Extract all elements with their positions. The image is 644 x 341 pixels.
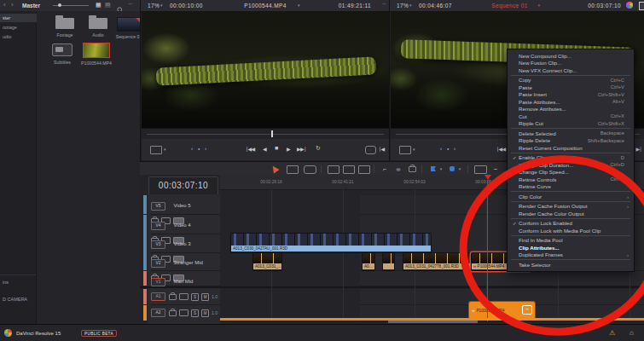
- sidebar-item-footage[interactable]: ootage: [0, 23, 38, 32]
- menu-item-render-cache-color-output[interactable]: Render Cache Color Output: [508, 210, 634, 217]
- solo-button[interactable]: S: [191, 293, 199, 301]
- mute-button[interactable]: M: [201, 309, 209, 317]
- menu-item-retime-curve[interactable]: Retime Curve: [508, 183, 634, 191]
- menu-item-retime-controls[interactable]: Retime ControlsCtrl+R: [508, 176, 634, 183]
- position-lock-icon[interactable]: [408, 165, 416, 173]
- track-header-a2[interactable]: A2 S M 1.0: [151, 305, 220, 321]
- menu-item-take-selector[interactable]: Take Selector: [508, 261, 634, 269]
- menu-item-cut[interactable]: CutCtrl+X: [508, 113, 634, 120]
- sidebar-item-camera-bin[interactable]: D CAMERA: [0, 295, 38, 303]
- stop-button[interactable]: ■: [275, 145, 278, 151]
- chevron-down-icon[interactable]: ▾: [298, 3, 300, 8]
- menu-item-paste-attributes[interactable]: Paste Attributes...Alt+V: [508, 98, 634, 106]
- track-badge[interactable]: V4: [151, 222, 165, 230]
- jog-left-icon[interactable]: ‹: [191, 146, 193, 151]
- viewer-mode-icon[interactable]: [150, 146, 162, 154]
- chevron-down-icon[interactable]: ▾: [457, 165, 462, 173]
- timeline-scrollbar-thumb[interactable]: [388, 321, 478, 323]
- track-badge[interactable]: V5: [151, 202, 165, 211]
- chevron-down-icon[interactable]: ▾: [537, 3, 540, 8]
- menu-item-clip-attributes[interactable]: Clip Attributes...: [508, 244, 634, 251]
- timeline-name[interactable]: Sequence 01: [491, 3, 528, 9]
- partial-panel-icon[interactable]: [639, 2, 644, 10]
- list-view-icon[interactable]: ▤: [105, 2, 111, 9]
- bin-item-footage[interactable]: Footage: [48, 18, 82, 38]
- warning-icon[interactable]: ⚠: [609, 329, 615, 337]
- solo-button[interactable]: S: [191, 309, 199, 317]
- playhead-caret[interactable]: [484, 175, 491, 180]
- chevron-down-icon[interactable]: ▾: [413, 147, 415, 152]
- jog-dot-icon[interactable]: ●: [447, 147, 449, 151]
- menu-item-conform-lock-enabled[interactable]: ✓Conform Lock Enabled: [508, 220, 634, 228]
- menu-item-ripple-delete[interactable]: Ripple DeleteShift+Backspace: [508, 137, 634, 145]
- clip-v2-4[interactable]: A013_C031_042778_001.R3D: [403, 252, 472, 271]
- replace-clip-icon[interactable]: [358, 165, 370, 174]
- bin-forward-icon[interactable]: ›: [11, 1, 14, 9]
- match-frame-icon[interactable]: [365, 146, 376, 154]
- menu-item-conform-lock-with-media-pool-clip[interactable]: Conform Lock with Media Pool Clip: [508, 227, 634, 234]
- clip-a2-p1000544-audio[interactable]: ∞ P1000544.MP4 ~: [468, 301, 536, 320]
- bin-item-subtitles[interactable]: Subtitles: [45, 43, 79, 65]
- sidebar-item-audio[interactable]: udio: [0, 32, 38, 41]
- menu-item-paste-insert[interactable]: Paste InsertCtrl+Shift+V: [508, 91, 634, 99]
- play-button[interactable]: ▶: [287, 146, 290, 152]
- auto-select-icon[interactable]: [179, 293, 189, 300]
- track-header-v2[interactable]: V2 Stranger Mid: [151, 252, 220, 271]
- bin-item-p1000544[interactable]: P1000544.MP4: [76, 43, 117, 66]
- jog-left-icon[interactable]: ‹: [440, 146, 442, 151]
- chevron-down-icon[interactable]: ▾: [160, 3, 163, 8]
- clip-v2-3[interactable]: [382, 252, 395, 271]
- overwrite-clip-icon[interactable]: [343, 165, 355, 174]
- track-header-a1[interactable]: A1 S M 1.0: [151, 289, 220, 305]
- source-clip-name[interactable]: P1000544.MP4: [244, 3, 287, 9]
- menu-item-delete-selected[interactable]: Delete SelectedBackspace: [508, 130, 634, 137]
- track-header-v1[interactable]: V1 Man Mid: [151, 271, 220, 286]
- skip-back-button[interactable]: ∣◀◀: [496, 146, 506, 152]
- jog-right-icon[interactable]: ›: [205, 146, 206, 151]
- snapping-icon[interactable]: ⌐: [380, 165, 389, 173]
- auto-select-icon[interactable]: [179, 309, 189, 316]
- out-point-icon[interactable]: ▶∣: [635, 146, 641, 152]
- color-wheel-icon[interactable]: [626, 2, 633, 9]
- step-back-button[interactable]: ◀: [263, 146, 266, 152]
- marker-icon[interactable]: [449, 165, 455, 173]
- video-audio-divider[interactable]: [140, 286, 644, 288]
- in-point-icon[interactable]: ∣◀: [379, 146, 385, 152]
- thumb-size-slider-handle[interactable]: [58, 3, 61, 7]
- mute-button[interactable]: M: [201, 293, 209, 301]
- chevron-down-icon[interactable]: ▾: [164, 147, 166, 152]
- lock-icon[interactable]: [169, 294, 177, 300]
- menu-item-new-vfx-connect-clip[interactable]: New VFX Connect Clip...: [508, 66, 634, 74]
- viewer-mode-icon[interactable]: [399, 146, 411, 154]
- timeline-zoom-select[interactable]: 17%: [397, 3, 409, 9]
- sidebar-item-master[interactable]: ster: [0, 14, 38, 22]
- track-badge-selected[interactable]: A1: [151, 292, 165, 301]
- razor-edit-mode-icon[interactable]: [304, 165, 316, 174]
- track-badge[interactable]: V3: [151, 240, 165, 249]
- bin-more-icon[interactable]: ···: [128, 1, 131, 7]
- sidebar-item-smart-bins[interactable]: ins: [0, 278, 38, 286]
- menu-item-clip-color[interactable]: Clip Color›: [508, 193, 634, 200]
- link-icon[interactable]: ∞: [394, 165, 403, 173]
- grid-view-icon[interactable]: ▦: [96, 2, 102, 9]
- menu-item-duplicated-frames[interactable]: Duplicated Frames›: [508, 251, 634, 259]
- menu-item-remove-attributes[interactable]: Remove Attributes...: [508, 106, 634, 113]
- menu-item-change-clip-duration[interactable]: Change Clip Duration...Ctrl+D: [508, 161, 634, 169]
- trim-edit-mode-icon[interactable]: [287, 165, 299, 174]
- menu-item-render-cache-fusion-output[interactable]: Render Cache Fusion Output›: [508, 203, 634, 211]
- project-manager-icon[interactable]: ⌂: [629, 329, 634, 337]
- playhead-line[interactable]: [487, 180, 488, 321]
- menu-item-change-clip-speed[interactable]: Change Clip Speed...: [508, 169, 634, 176]
- chevron-down-icon[interactable]: ▾: [438, 165, 444, 173]
- scrub-playhead[interactable]: [271, 130, 273, 137]
- jog-dot-icon[interactable]: ●: [198, 147, 200, 151]
- menu-item-enable-clip[interactable]: ✓Enable ClipD: [508, 154, 634, 162]
- clip-v2-1[interactable]: A013_C031_...: [252, 252, 282, 271]
- track-header-v5[interactable]: V5 Video 5: [151, 195, 220, 215]
- lock-icon[interactable]: [169, 310, 177, 316]
- menu-item-copy[interactable]: CopyCtrl+C: [508, 77, 634, 84]
- menu-item-reset-current-composition[interactable]: Reset Current Composition: [508, 144, 634, 152]
- clip-v2-2[interactable]: A0...: [362, 252, 375, 271]
- skip-back-button[interactable]: ∣◀◀: [246, 146, 255, 152]
- loop-button[interactable]: ↻: [316, 145, 320, 152]
